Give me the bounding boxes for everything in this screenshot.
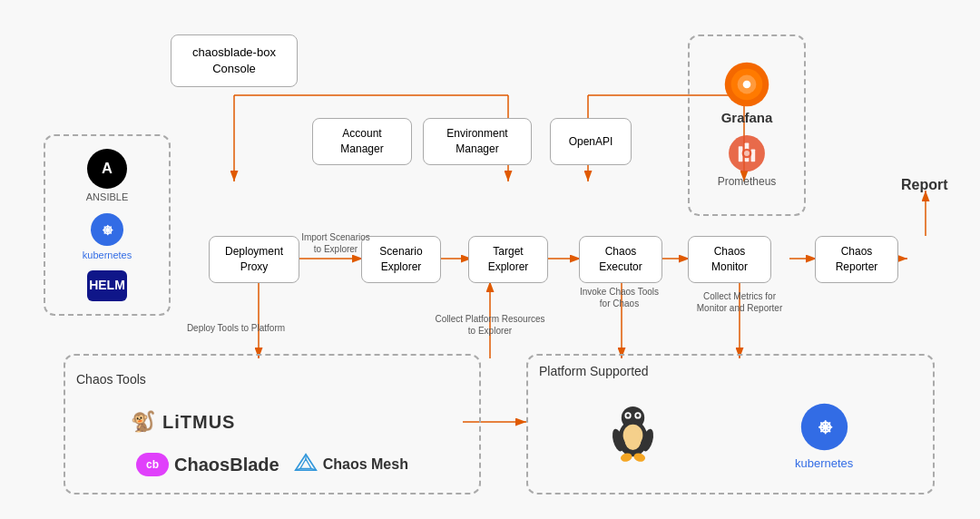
chaos-tools-title: Chaos Tools — [76, 371, 146, 389]
chaosblade-label: ChaosBlade — [174, 452, 279, 477]
chaos-monitor-box: Chaos Monitor — [688, 236, 771, 283]
openapi-box: OpenAPI — [550, 118, 632, 165]
deployment-proxy-box: Deployment Proxy — [209, 236, 299, 283]
chaos-executor-label: Chaos Executor — [599, 244, 642, 275]
chaos-reporter-box: Chaos Reporter — [815, 236, 898, 283]
k8s-platform-label: kubernetes — [795, 455, 853, 472]
openapi-label: OpenAPI — [569, 134, 613, 150]
chaos-monitor-label: Chaos Monitor — [711, 244, 748, 275]
svg-point-27 — [743, 81, 751, 89]
svg-point-43 — [636, 414, 640, 417]
chaosmesh-icon — [294, 453, 318, 476]
deploy-tools-label: Deploy Tools to Platform — [177, 322, 295, 334]
collect-metrics-label: Collect Metrics for Monitor and Reporter — [681, 290, 799, 314]
collect-resources-label: Collect Platform Resources to Explorer — [431, 313, 549, 337]
console-label: chaosblade-box Console — [192, 44, 276, 77]
account-manager-box: Account Manager — [312, 118, 412, 165]
litmus-item: 🐒 LiTMUS — [131, 408, 235, 436]
svg-text:A: A — [102, 160, 113, 176]
target-explorer-label: Target Explorer — [488, 244, 529, 275]
chaosblade-icon: cb — [136, 453, 169, 476]
grafana-item: Grafana — [721, 61, 773, 127]
svg-point-50 — [624, 430, 641, 450]
platform-supported-title: Platform Supported — [539, 363, 649, 381]
litmus-label: LiTMUS — [162, 409, 235, 435]
k8s-icon: ⎈ — [89, 211, 125, 248]
environment-manager-label: Environment Manager — [446, 126, 507, 157]
grafana-label: Grafana — [721, 108, 773, 127]
svg-text:⎈: ⎈ — [103, 220, 113, 239]
linux-icon — [608, 406, 658, 467]
prometheus-label: Prometheus — [718, 174, 777, 190]
grafana-icon — [723, 61, 770, 108]
tools-row: cb ChaosBlade Chaos Mesh — [136, 452, 408, 477]
target-explorer-box: Target Explorer — [468, 236, 548, 283]
svg-rect-31 — [751, 149, 756, 162]
chaos-reporter-label: Chaos Reporter — [836, 244, 878, 275]
console-box: chaosblade-box Console — [171, 34, 298, 87]
platform-supported-box: Platform Supported — [526, 354, 935, 495]
helm-item: HELM — [87, 270, 127, 301]
helm-icon: HELM — [87, 270, 127, 301]
account-manager-label: Account Manager — [340, 126, 383, 157]
chaosmesh-label: Chaos Mesh — [323, 455, 408, 475]
chaosmesh-item: Chaos Mesh — [294, 453, 408, 476]
import-scenarios-label: Import Scenarios to Explorer — [290, 231, 381, 255]
report-label: Report — [901, 177, 948, 193]
chaos-tools-box: Chaos Tools 🐒 LiTMUS cb ChaosBlade — [64, 354, 481, 495]
linux-item — [608, 406, 658, 467]
prometheus-item: Prometheus — [718, 132, 777, 190]
ansible-item: A ANSIBLE — [86, 149, 128, 204]
k8s-label: kubernetes — [83, 249, 132, 262]
svg-point-33 — [744, 151, 750, 156]
deployment-proxy-label: Deployment Proxy — [225, 244, 283, 275]
k8s-item: ⎈ kubernetes — [83, 211, 132, 262]
chaosblade-item: cb ChaosBlade — [136, 452, 279, 477]
monitoring-box: Grafana Prometheus — [688, 34, 806, 216]
prometheus-icon — [726, 132, 768, 174]
ansible-icon: A — [87, 149, 127, 189]
platform-icons-row: ⎈ kubernetes — [539, 388, 922, 485]
k8s-platform-item: ⎈ kubernetes — [795, 402, 853, 472]
invoke-chaos-label: Invoke Chaos Tools for Chaos — [567, 286, 671, 309]
svg-point-42 — [626, 414, 630, 417]
tools-left-box: A ANSIBLE ⎈ kubernetes HELM — [44, 134, 171, 316]
chaos-executor-box: Chaos Executor — [579, 236, 662, 283]
ansible-label: ANSIBLE — [86, 191, 128, 204]
svg-text:⎈: ⎈ — [818, 414, 832, 438]
scenario-explorer-label: Scenario Explorer — [379, 244, 422, 275]
k8s-platform-icon: ⎈ — [799, 402, 849, 452]
environment-manager-box: Environment Manager — [423, 118, 532, 165]
diagram: chaosblade-box Console Account Manager E… — [0, 0, 980, 519]
